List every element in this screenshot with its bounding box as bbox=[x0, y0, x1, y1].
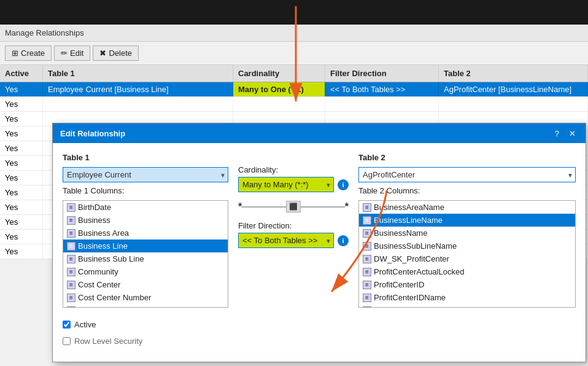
line-right bbox=[301, 206, 345, 208]
window-title: Manage Relationships bbox=[5, 28, 84, 37]
column-icon: ≡ bbox=[67, 294, 75, 302]
table-cell-0: Yes bbox=[0, 156, 43, 170]
line-left bbox=[242, 206, 286, 208]
table2-columns-label: Table 2 Columns: bbox=[358, 186, 576, 195]
col-table1-header: Table 1 bbox=[43, 65, 233, 82]
table2-column-item[interactable]: ≡BusinessName bbox=[359, 227, 575, 239]
table2-column-item[interactable]: ≡ProfitCenterActualLocked bbox=[359, 265, 575, 278]
table1-section: Table 1 Employee Current ▼ Table 1 Colum… bbox=[63, 153, 228, 308]
cardinality-label: Cardinality: bbox=[238, 165, 349, 174]
table-row[interactable]: YesEmployee Current [Business Line]Many … bbox=[0, 82, 588, 97]
table1-column-item[interactable]: ≡Cost Center bbox=[63, 278, 228, 291]
table2-column-item[interactable]: ≡BusinessLineName bbox=[359, 214, 575, 227]
table2-section: Table 2 AgProfitCenter ▼ Table 2 Columns… bbox=[358, 153, 576, 308]
column-label: BusinessAreaName bbox=[374, 203, 444, 212]
active-checkbox[interactable] bbox=[63, 321, 71, 329]
tables-section: Table 1 Employee Current ▼ Table 1 Colum… bbox=[63, 153, 576, 308]
column-label: ProfitCenterName bbox=[374, 306, 438, 308]
table-cell-1 bbox=[43, 97, 233, 111]
dialog-help-button[interactable]: ? bbox=[552, 128, 562, 138]
column-label: Business Sub Line bbox=[78, 254, 144, 263]
column-icon: ≡ bbox=[67, 242, 75, 251]
table2-columns-list[interactable]: ≡BusinessAreaName≡BusinessLineName≡Busin… bbox=[358, 200, 576, 308]
column-label: ProfitCenterActualLocked bbox=[374, 267, 464, 276]
dialog-title: Edit Relationship bbox=[60, 129, 125, 138]
close-icon: ✕ bbox=[569, 129, 576, 138]
edit-label: Edit bbox=[70, 49, 83, 58]
table-row[interactable]: Yes bbox=[0, 97, 588, 112]
top-bar bbox=[0, 0, 588, 25]
table2-select[interactable]: AgProfitCenter bbox=[358, 167, 576, 182]
column-label: BirthDate bbox=[78, 203, 111, 212]
table2-column-item[interactable]: ≡DW_SK_ProfitCenter bbox=[359, 252, 575, 265]
table-cell-1: Employee Current [Business Line] bbox=[43, 82, 233, 96]
active-label: Active bbox=[74, 320, 96, 329]
column-icon: ≡ bbox=[67, 229, 75, 238]
table1-column-item[interactable]: ≡Business Line bbox=[63, 239, 228, 252]
delete-label: Delete bbox=[109, 49, 132, 58]
cardinality-dropdown-row: Many to One (*:1)Many to Many (*:*)One t… bbox=[238, 177, 349, 192]
filter-direction-select[interactable]: Single<< To Both Tables >> bbox=[238, 233, 334, 248]
col-cardinality-header: Cardinality bbox=[233, 65, 325, 82]
table1-columns-list[interactable]: ≡BirthDate≡Business≡Business Area≡Busine… bbox=[63, 200, 228, 308]
column-icon: ≡ bbox=[363, 229, 371, 238]
column-icon: ≡ bbox=[363, 255, 371, 263]
title-bar: Manage Relationships bbox=[0, 25, 588, 42]
table1-columns-label: Table 1 Columns: bbox=[63, 186, 228, 195]
column-icon: ≡ bbox=[67, 216, 75, 225]
table-cell-0: Yes bbox=[0, 141, 43, 155]
rls-section: Row Level Security bbox=[63, 337, 576, 346]
rls-checkbox[interactable] bbox=[63, 337, 71, 345]
table1-column-item[interactable]: ≡Business Area bbox=[63, 227, 228, 239]
column-icon: ≡ bbox=[67, 203, 75, 212]
dialog-close-button[interactable]: ✕ bbox=[567, 128, 578, 138]
table-cell-2 bbox=[233, 97, 325, 111]
table-cell-0: Yes bbox=[0, 82, 43, 96]
column-label: ProfitCenterIDName bbox=[374, 293, 446, 302]
table1-column-item[interactable]: ≡BirthDate bbox=[63, 201, 228, 214]
column-icon: ≡ bbox=[363, 242, 371, 251]
filter-direction-info-icon[interactable]: i bbox=[338, 235, 349, 246]
right-asterisk: * bbox=[345, 201, 349, 212]
table-cell-4: AgProfitCenter [BusinessLineName] bbox=[439, 82, 588, 96]
table1-column-item[interactable]: ≡Deloitte Region bbox=[63, 304, 228, 308]
table1-select[interactable]: Employee Current bbox=[63, 167, 228, 182]
table1-label: Table 1 bbox=[63, 153, 228, 162]
table2-column-item[interactable]: ≡ProfitCenterID bbox=[359, 278, 575, 291]
rls-label: Row Level Security bbox=[74, 337, 142, 346]
table2-column-item[interactable]: ≡BusinessAreaName bbox=[359, 201, 575, 214]
table-cell-4 bbox=[439, 97, 588, 111]
col-filterdir-header: Filter Direction bbox=[325, 65, 439, 82]
column-label: Cost Center Number bbox=[78, 293, 151, 302]
table2-column-item[interactable]: ≡BusinessSubLineName bbox=[359, 239, 575, 252]
table2-label: Table 2 bbox=[358, 153, 576, 162]
column-icon: ≡ bbox=[67, 306, 75, 308]
dialog-title-bar: Edit Relationship ? ✕ bbox=[53, 123, 586, 143]
column-label: DW_SK_ProfitCenter bbox=[374, 254, 449, 263]
col-table2-header: Table 2 bbox=[439, 65, 588, 82]
table-cell-0: Yes bbox=[0, 112, 43, 126]
filter-direction-label: Filter Direction: bbox=[238, 221, 349, 230]
table1-column-item[interactable]: ≡Business Sub Line bbox=[63, 252, 228, 265]
table-cell-0: Yes bbox=[0, 185, 43, 200]
cardinality-select[interactable]: Many to One (*:1)Many to Many (*:*)One t… bbox=[238, 177, 334, 192]
table1-column-item[interactable]: ≡Business bbox=[63, 214, 228, 227]
filter-direction-dropdown-container: Single<< To Both Tables >> ▼ bbox=[238, 233, 334, 248]
table-cell-3 bbox=[325, 97, 439, 111]
edit-button[interactable]: ✏ Edit bbox=[54, 45, 90, 61]
create-label: Create bbox=[21, 49, 45, 58]
column-label: Business bbox=[78, 216, 110, 225]
help-icon: ? bbox=[555, 129, 559, 138]
table1-column-item[interactable]: ≡Cost Center Number bbox=[63, 291, 228, 304]
table2-column-item[interactable]: ≡ProfitCenterName bbox=[359, 304, 575, 308]
table2-column-item[interactable]: ≡ProfitCenterIDName bbox=[359, 291, 575, 304]
table1-column-item[interactable]: ≡Community bbox=[63, 265, 228, 278]
column-icon: ≡ bbox=[363, 294, 371, 302]
column-icon: ≡ bbox=[363, 203, 371, 212]
create-button[interactable]: ⊞ Create bbox=[5, 45, 52, 61]
table-cell-0: Yes bbox=[0, 244, 43, 259]
cardinality-info-icon[interactable]: i bbox=[338, 179, 349, 190]
active-section: Active bbox=[63, 315, 576, 329]
delete-button[interactable]: ✖ Delete bbox=[93, 45, 139, 61]
column-icon: ≡ bbox=[363, 281, 371, 289]
